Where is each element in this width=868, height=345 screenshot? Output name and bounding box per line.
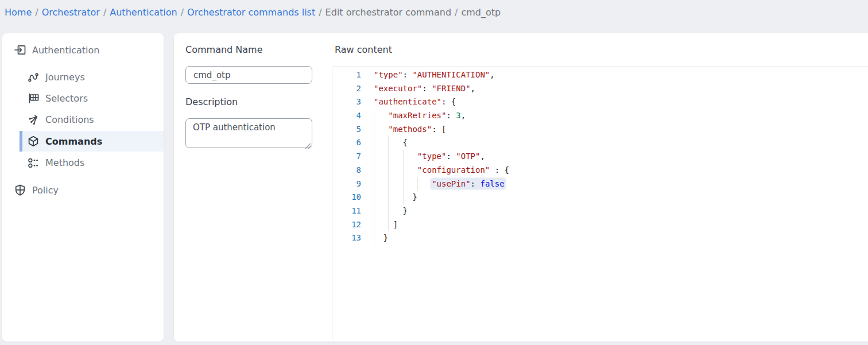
raw-content-editor[interactable]: 1"type": "AUTHENTICATION",2"executor": "…: [332, 67, 868, 342]
sidebar-item-label: Conditions: [45, 114, 94, 125]
line-number: 13: [332, 231, 361, 245]
code-text: ]: [361, 218, 868, 232]
breadcrumb-separator: /: [177, 7, 187, 18]
code-text: "configuration" : {: [361, 164, 868, 177]
line-number: 7: [332, 150, 361, 164]
code-line[interactable]: 4 "maxRetries": 3,: [332, 109, 868, 123]
sidebar-panel: AuthenticationJourneysSelectorsCondition…: [2, 33, 164, 342]
sidebar-item-commands[interactable]: Commands: [2, 131, 164, 152]
indent-guide: [403, 191, 404, 204]
code-text: }: [361, 191, 868, 204]
top-bar: Home/Orchestrator/Authentication/Orchest…: [0, 0, 868, 25]
indent-guide: [388, 136, 389, 150]
code-line[interactable]: 7 "type": "OTP",: [332, 150, 868, 164]
indent-guide: [403, 150, 404, 164]
indent-guide: [374, 231, 374, 245]
indent-guide: [403, 177, 404, 191]
indent-guide: [374, 136, 374, 150]
sidebar-item-label: Policy: [32, 185, 59, 196]
code-line[interactable]: 9 "usePin": false: [332, 177, 868, 191]
sidebar-item-label: Methods: [45, 157, 84, 168]
code-line[interactable]: 6 {: [332, 136, 868, 150]
sidebar-item-label: Selectors: [45, 93, 88, 104]
sidebar-item-policy[interactable]: Policy: [2, 180, 164, 200]
code-line[interactable]: 1"type": "AUTHENTICATION",: [332, 68, 868, 82]
conditions-icon: [27, 114, 40, 126]
code-text: {: [361, 136, 868, 150]
indent-guide: [374, 191, 374, 204]
sidebar-item-journeys[interactable]: Journeys: [2, 67, 164, 87]
code-text: "type": "OTP",: [361, 150, 868, 164]
code-text: "methods": [: [361, 123, 868, 137]
sidebar-item-label: Commands: [45, 136, 102, 147]
line-number: 4: [332, 109, 361, 123]
indent-guide: [388, 204, 389, 218]
code-line[interactable]: 11 }: [332, 204, 868, 218]
line-number: 2: [332, 82, 361, 96]
code-text: "authenticate": {: [361, 95, 868, 109]
line-number: 3: [332, 95, 361, 109]
sidebar-item-label: Authentication: [32, 45, 99, 56]
code-text: "maxRetries": 3,: [361, 109, 868, 123]
breadcrumb-separator: /: [451, 7, 461, 18]
sidebar-item-selectors[interactable]: Selectors: [2, 88, 164, 108]
breadcrumb-separator: /: [315, 7, 325, 18]
login-icon: [14, 44, 26, 56]
sidebar-item-conditions[interactable]: Conditions: [2, 110, 164, 130]
description-textarea[interactable]: [185, 118, 312, 148]
shield-icon: [14, 184, 26, 196]
breadcrumb-orchestrator-commands-list[interactable]: Orchestrator commands list: [187, 7, 315, 18]
selection-highlight: "usePin": false: [432, 179, 504, 188]
line-number: 5: [332, 123, 361, 137]
code-line[interactable]: 5 "methods": [: [332, 123, 868, 137]
indent-guide: [403, 164, 404, 177]
indent-guide: [388, 177, 389, 191]
code-line[interactable]: 2"executor": "FRIEND",: [332, 82, 868, 96]
command-name-input[interactable]: [185, 66, 312, 84]
sidebar-item-methods[interactable]: Methods: [2, 153, 164, 173]
line-number: 8: [332, 164, 361, 177]
breadcrumb-orchestrator[interactable]: Orchestrator: [42, 7, 100, 18]
main-panel: Command Name Description Raw content 1"t…: [174, 33, 868, 342]
indent-guide: [388, 164, 389, 177]
line-number: 11: [332, 204, 361, 218]
methods-icon: [27, 157, 40, 169]
raw-content-label: Raw content: [335, 44, 392, 55]
breadcrumb-edit-orchestrator-command: Edit orchestrator command: [326, 7, 451, 18]
indent-guide: [388, 150, 389, 164]
indent-guide: [374, 218, 374, 232]
indent-guide: [388, 191, 389, 204]
active-indicator-bar: [20, 131, 22, 152]
code-text: "type": "AUTHENTICATION",: [361, 68, 868, 82]
code-lines: 1"type": "AUTHENTICATION",2"executor": "…: [332, 68, 868, 245]
indent-guide: [388, 218, 389, 232]
breadcrumb-separator: /: [32, 7, 41, 18]
code-text: "usePin": false: [361, 177, 868, 191]
breadcrumb: Home/Orchestrator/Authentication/Orchest…: [5, 0, 501, 25]
description-label: Description: [185, 96, 238, 107]
breadcrumb-cmd-otp: cmd_otp: [461, 7, 501, 18]
selectors-icon: [27, 92, 40, 104]
code-line[interactable]: 8 "configuration" : {: [332, 164, 868, 177]
indent-guide: [374, 150, 374, 164]
indent-guide: [374, 204, 374, 218]
code-text: }: [361, 204, 868, 218]
code-line[interactable]: 3"authenticate": {: [332, 95, 868, 109]
code-line[interactable]: 12 ]: [332, 218, 868, 232]
indent-guide: [374, 123, 374, 137]
indent-guide: [374, 109, 374, 123]
sidebar-item-authentication[interactable]: Authentication: [2, 40, 164, 60]
breadcrumb-separator: /: [100, 7, 110, 18]
indent-guide: [374, 164, 374, 177]
line-number: 12: [332, 218, 361, 232]
breadcrumb-authentication[interactable]: Authentication: [110, 7, 177, 18]
sidebar-item-label: Journeys: [45, 72, 85, 83]
code-text: }: [361, 231, 868, 245]
line-number: 10: [332, 191, 361, 204]
code-line[interactable]: 10 }: [332, 191, 868, 204]
code-line[interactable]: 13 }: [332, 231, 868, 245]
indent-guide: [417, 177, 418, 191]
breadcrumb-home[interactable]: Home: [5, 7, 32, 18]
line-number: 9: [332, 177, 361, 191]
command-name-label: Command Name: [185, 44, 263, 55]
